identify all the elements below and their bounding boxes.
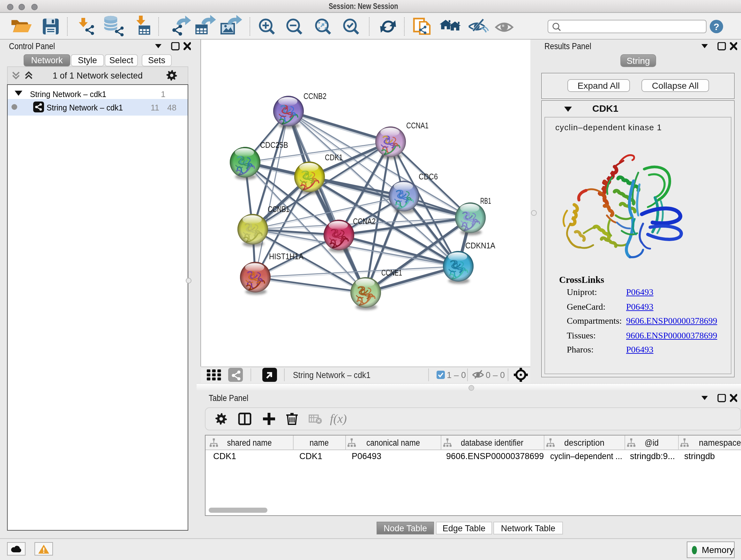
svg-text:name: name (310, 438, 329, 448)
svg-text:CCNA1: CCNA1 (406, 121, 428, 130)
svg-text:description: description (564, 438, 604, 448)
svg-text:CDC6: CDC6 (419, 172, 438, 181)
svg-text:CCNB1: CCNB1 (268, 204, 289, 214)
svg-text:CDC25B: CDC25B (260, 140, 288, 150)
svg-text:namespace: namespace (699, 438, 741, 448)
svg-text:canonical name: canonical name (366, 438, 420, 448)
svg-text:CDKN1A: CDKN1A (465, 241, 495, 250)
svg-text:shared name: shared name (227, 438, 272, 448)
svg-text:RB1: RB1 (480, 196, 491, 206)
svg-text:f(x): f(x) (330, 412, 347, 426)
svg-text:CDK1: CDK1 (325, 152, 343, 162)
svg-text:@id: @id (645, 438, 659, 448)
svg-text:CCNA2: CCNA2 (353, 216, 376, 226)
svg-text:CCNE1: CCNE1 (381, 268, 402, 277)
svg-text:HIST1H1A: HIST1H1A (269, 252, 304, 261)
svg-text:CCNB2: CCNB2 (304, 91, 327, 101)
svg-text:database identifier: database identifier (461, 438, 523, 448)
